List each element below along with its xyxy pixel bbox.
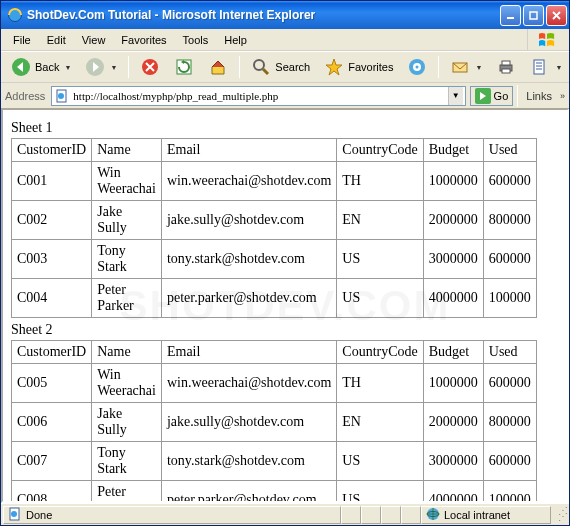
table-cell: 800000 [483, 403, 536, 442]
close-button[interactable] [546, 5, 567, 26]
svg-rect-13 [502, 61, 510, 65]
refresh-button[interactable] [168, 53, 200, 81]
table-cell: PeterParker [92, 279, 162, 318]
table-cell: 100000 [483, 279, 536, 318]
table-cell: 4000000 [423, 279, 483, 318]
chevron-down-icon: ▼ [64, 64, 71, 71]
table-cell: C008 [12, 481, 92, 504]
forward-icon [85, 57, 105, 77]
print-button[interactable] [490, 53, 522, 81]
chevron-down-icon: ▼ [475, 64, 482, 71]
svg-point-19 [11, 511, 17, 517]
table-cell: C004 [12, 279, 92, 318]
titlebar: ShotDev.Com Tutorial - Microsoft Interne… [1, 1, 569, 29]
table-cell: jake.sully@shotdev.com [161, 201, 336, 240]
table-cell: TonyStark [92, 240, 162, 279]
print-icon [496, 57, 516, 77]
page-icon [54, 88, 70, 104]
svg-rect-15 [534, 60, 544, 74]
menu-help[interactable]: Help [216, 32, 255, 48]
media-button[interactable] [401, 53, 433, 81]
table-cell: 600000 [483, 442, 536, 481]
table-cell: 600000 [483, 240, 536, 279]
col-header: Email [161, 341, 336, 364]
menu-edit[interactable]: Edit [39, 32, 74, 48]
col-header: Email [161, 139, 336, 162]
table-cell: C003 [12, 240, 92, 279]
table-cell: C001 [12, 162, 92, 201]
favorites-button[interactable]: Favorites [318, 53, 399, 81]
table-cell: C007 [12, 442, 92, 481]
table-cell: 800000 [483, 201, 536, 240]
col-header: Budget [423, 341, 483, 364]
table-cell: TH [337, 364, 423, 403]
table-cell: C006 [12, 403, 92, 442]
table-cell: TH [337, 162, 423, 201]
svg-rect-14 [502, 69, 510, 73]
menu-tools[interactable]: Tools [175, 32, 217, 48]
sheet-title: Sheet 2 [11, 322, 559, 338]
home-button[interactable] [202, 53, 234, 81]
address-label: Address [3, 90, 47, 102]
windows-logo-icon [527, 29, 565, 51]
menubar: File Edit View Favorites Tools Help [1, 29, 569, 51]
svg-point-7 [254, 60, 264, 70]
go-button[interactable]: Go [470, 86, 514, 106]
table-cell: 600000 [483, 364, 536, 403]
col-header: CountryCode [337, 341, 423, 364]
search-label: Search [275, 61, 310, 73]
minimize-button[interactable] [500, 5, 521, 26]
status-pane-3 [381, 506, 401, 524]
table-cell: win.weerachai@shotdev.com [161, 364, 336, 403]
window-title: ShotDev.Com Tutorial - Microsoft Interne… [27, 8, 500, 22]
mail-button[interactable]: ▼ [444, 53, 488, 81]
table-cell: 600000 [483, 162, 536, 201]
svg-point-10 [416, 66, 419, 69]
col-header: CustomerID [12, 341, 92, 364]
table-cell: EN [337, 201, 423, 240]
menu-favorites[interactable]: Favorites [113, 32, 174, 48]
table-cell: PeterParker [92, 481, 162, 504]
url-input[interactable] [73, 88, 447, 104]
zone-text: Local intranet [444, 509, 510, 521]
table-cell: 3000000 [423, 240, 483, 279]
ie-window: ShotDev.Com Tutorial - Microsoft Interne… [0, 0, 570, 526]
table-cell: US [337, 240, 423, 279]
table-row: C006JakeSullyjake.sully@shotdev.comEN200… [12, 403, 537, 442]
table-cell: jake.sully@shotdev.com [161, 403, 336, 442]
svg-rect-2 [530, 12, 537, 19]
stop-icon [140, 57, 160, 77]
stop-button[interactable] [134, 53, 166, 81]
menu-file[interactable]: File [5, 32, 39, 48]
table-row: C002JakeSullyjake.sully@shotdev.comEN200… [12, 201, 537, 240]
statusbar: Done Local intranet ⋰⋰ [1, 503, 569, 525]
col-header: Used [483, 139, 536, 162]
toolbar: Back ▼ ▼ [1, 51, 569, 83]
table-cell: TonyStark [92, 442, 162, 481]
table-cell: 2000000 [423, 201, 483, 240]
menu-view[interactable]: View [74, 32, 114, 48]
edit-button[interactable]: ▼ [524, 53, 568, 81]
maximize-button[interactable] [523, 5, 544, 26]
address-box: ▼ [51, 86, 465, 106]
refresh-icon [174, 57, 194, 77]
table-cell: tony.stark@shotdev.com [161, 240, 336, 279]
links-label[interactable]: Links [522, 90, 556, 102]
col-header: Used [483, 341, 536, 364]
table-row: C003TonyStarktony.stark@shotdev.comUS300… [12, 240, 537, 279]
table-cell: peter.parker@shotdev.com [161, 481, 336, 504]
status-pane-2 [361, 506, 381, 524]
status-text: Done [26, 509, 52, 521]
chevron-right-icon[interactable]: » [560, 91, 567, 101]
table-cell: US [337, 279, 423, 318]
favorites-label: Favorites [348, 61, 393, 73]
back-button[interactable]: Back ▼ [5, 53, 77, 81]
table-cell: 4000000 [423, 481, 483, 504]
back-icon [11, 57, 31, 77]
address-dropdown[interactable]: ▼ [448, 87, 463, 105]
resize-grip[interactable]: ⋰⋰ [551, 508, 567, 521]
edit-doc-icon [530, 57, 550, 77]
table-cell: 2000000 [423, 403, 483, 442]
search-button[interactable]: Search [245, 53, 316, 81]
forward-button[interactable]: ▼ [79, 53, 123, 81]
